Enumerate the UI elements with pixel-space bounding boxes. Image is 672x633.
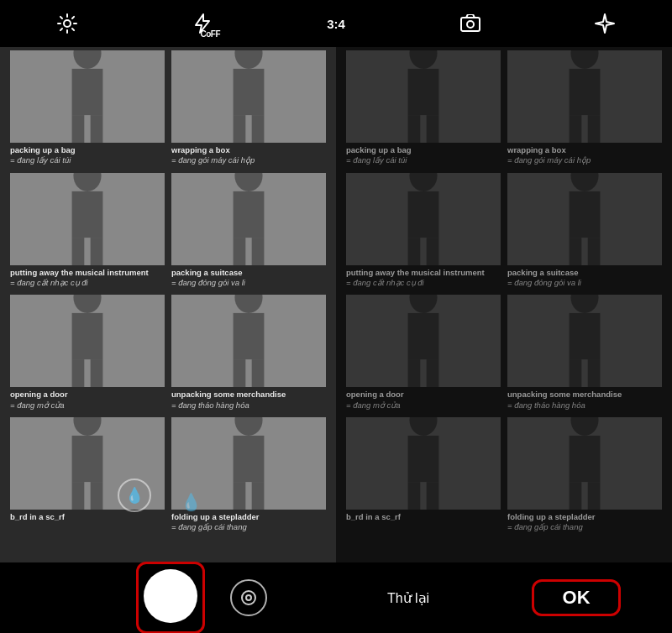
svg-rect-51 (570, 69, 601, 115)
book-item: putting away the musical instrument= đan… (346, 173, 501, 289)
water-drop-icon[interactable]: 💧 (118, 479, 151, 512)
book-item-vietnamese: = đang đóng gói va li (507, 278, 662, 288)
book-image (507, 50, 662, 143)
svg-rect-58 (427, 238, 439, 265)
book-item-vietnamese: = đang tháo hàng hóa (171, 400, 326, 411)
book-item: putting away the musical instrument= đan… (10, 173, 165, 289)
svg-rect-83 (588, 482, 601, 510)
book-image (171, 295, 326, 387)
retry-button[interactable]: Thử lại (387, 590, 429, 606)
book-item-vietnamese: = đang đóng gói va li (171, 278, 326, 288)
shutter-controls (0, 562, 336, 633)
svg-rect-23 (252, 238, 265, 265)
bottom-right-controls: Thử lại OK (336, 579, 672, 616)
book-item-english: putting away the musical instrument (10, 268, 165, 278)
book-image (10, 295, 165, 387)
svg-point-0 (64, 20, 71, 27)
book-item-vietnamese: = đang gấp cái thang (507, 522, 662, 532)
photo-mode-icon[interactable] (452, 5, 489, 42)
svg-rect-61 (570, 191, 601, 238)
book-item-english: packing a suitcase (507, 268, 662, 278)
svg-rect-11 (234, 69, 265, 115)
svg-rect-63 (588, 238, 601, 265)
svg-rect-32 (234, 359, 246, 387)
right-panel-photo: packing up a bag= đang lấy cái túiwrappi… (336, 47, 672, 562)
sparkle-icon[interactable] (586, 5, 623, 42)
ok-button[interactable]: OK (551, 587, 601, 609)
svg-point-85 (246, 595, 251, 600)
svg-rect-66 (408, 313, 439, 359)
svg-point-84 (242, 591, 255, 604)
book-item-english: packing up a bag (10, 145, 165, 155)
book-item-vietnamese: = đang tháo hàng hóa (507, 400, 662, 411)
book-item-english: folding up a stepladder (507, 512, 662, 522)
book-item: opening a door= đang mở cửa (346, 295, 501, 411)
svg-rect-27 (72, 359, 85, 387)
book-item-vietnamese: = đang mở cửa (10, 400, 165, 411)
book-item-english: putting away the musical instrument (346, 268, 501, 278)
book-item-english: wrapping a box (171, 145, 326, 155)
book-image (346, 417, 501, 510)
svg-marker-2 (466, 14, 475, 18)
svg-rect-76 (408, 436, 439, 482)
svg-rect-68 (427, 359, 439, 387)
svg-rect-56 (408, 191, 439, 238)
shutter-button-wrapper (136, 562, 205, 633)
book-image (507, 417, 662, 510)
ok-button-wrapper: OK (532, 579, 621, 616)
book-item: unpacking some merchandise= đang tháo hà… (507, 295, 662, 411)
book-image (507, 295, 662, 387)
svg-rect-13 (252, 115, 265, 143)
book-image (346, 295, 501, 387)
bottom-bar: Thử lại OK (0, 562, 672, 633)
book-item-english: wrapping a box (507, 145, 662, 155)
svg-rect-1 (461, 18, 480, 31)
settings-icon[interactable] (49, 5, 86, 42)
svg-rect-48 (427, 115, 439, 143)
svg-point-3 (467, 21, 474, 28)
svg-rect-42 (234, 482, 246, 510)
svg-rect-53 (588, 115, 601, 143)
svg-rect-43 (252, 482, 265, 510)
svg-rect-62 (570, 238, 582, 265)
book-item-vietnamese: = đang gói máy cái hộp (507, 155, 662, 165)
book-item-vietnamese: = đang gói máy cái hộp (171, 155, 326, 165)
svg-rect-26 (72, 313, 103, 359)
book-item: packing up a bag= đang lấy cái túi (10, 50, 165, 166)
svg-rect-41 (234, 436, 265, 482)
book-item-vietnamese: = đang lấy cái túi (10, 155, 165, 165)
svg-rect-8 (91, 115, 103, 143)
svg-rect-77 (408, 482, 421, 510)
ratio-selector[interactable]: 3:4 (318, 5, 354, 42)
flip-camera-button[interactable] (230, 579, 267, 616)
water-drop-icon-2[interactable]: 💧 (181, 492, 202, 512)
book-item-english: unpacking some merchandise (507, 390, 662, 400)
book-image (10, 50, 165, 143)
book-item: folding up a stepladder= đang gấp cái th… (171, 417, 326, 533)
book-image (346, 50, 501, 143)
book-item: b_rd in a sc_rf (346, 417, 501, 533)
svg-rect-21 (234, 191, 265, 238)
svg-rect-12 (234, 115, 246, 143)
top-bar: CoFF 3:4 (0, 0, 672, 47)
svg-rect-57 (408, 238, 421, 265)
svg-rect-81 (570, 436, 601, 482)
book-item: wrapping a box= đang gói máy cái hộp (507, 50, 662, 166)
book-item: opening a door= đang mở cửa (10, 295, 165, 411)
book-item-english: packing a suitcase (171, 268, 326, 278)
book-item-vietnamese: = đang cất nhạc cụ đi (10, 278, 165, 288)
flash-off-label: CoFF (200, 29, 220, 39)
svg-rect-17 (72, 238, 85, 265)
shutter-button[interactable] (144, 569, 197, 623)
book-image (507, 173, 662, 265)
svg-rect-31 (234, 313, 265, 359)
svg-rect-33 (252, 359, 265, 387)
left-panel-viewfinder: packing up a bag= đang lấy cái túiwrappi… (0, 47, 336, 562)
svg-rect-16 (72, 191, 103, 238)
book-item: packing up a bag= đang lấy cái túi (346, 50, 501, 166)
svg-rect-52 (570, 115, 582, 143)
flash-icon[interactable]: CoFF (183, 5, 220, 42)
svg-rect-22 (234, 238, 246, 265)
svg-rect-7 (72, 115, 85, 143)
book-item-english: folding up a stepladder (171, 512, 326, 522)
